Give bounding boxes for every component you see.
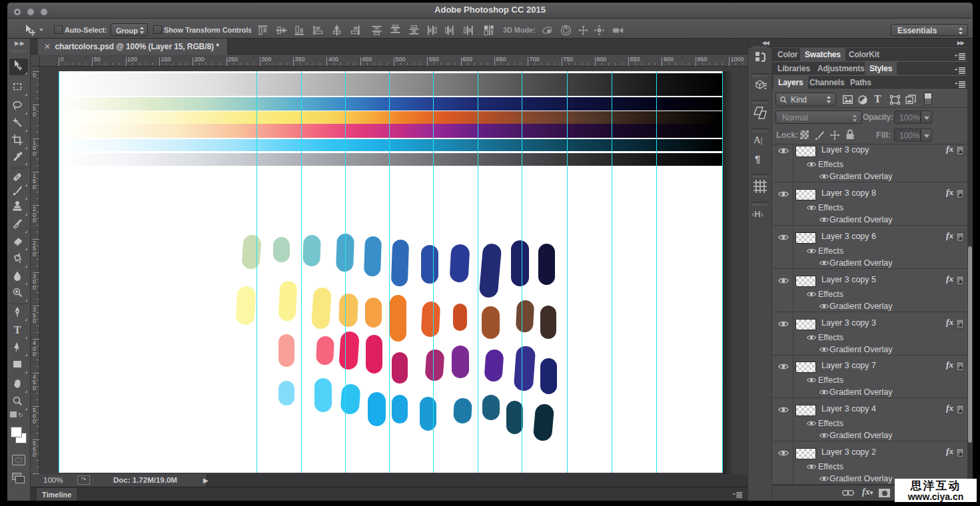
svg-text:T: T xyxy=(14,324,21,335)
